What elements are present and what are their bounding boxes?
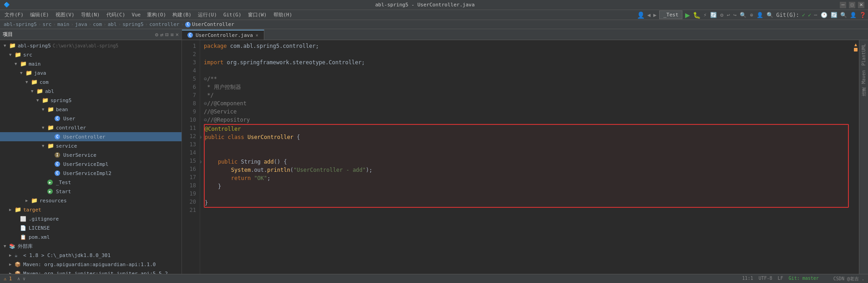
plantuml-panel[interactable]: PlantUML [860, 42, 867, 67]
tree-item-external-libs[interactable]: ▼ 📚 外部库 [0, 242, 182, 251]
tree-item-usercontroller[interactable]: ▶ C UserController [0, 132, 182, 141]
tree-item-test[interactable]: ▶ ▶ _Test [0, 178, 182, 187]
expand-arrow[interactable]: ▶ [9, 253, 15, 257]
code-line-11: @Controller [205, 125, 848, 133]
code-line-12: ⊖ public class UserController { [205, 133, 848, 141]
git-check2[interactable]: ✓ [808, 12, 811, 18]
breadcrumb-file[interactable]: UserController [192, 21, 234, 27]
menu-help[interactable]: 帮助(H) [271, 10, 295, 19]
breadcrumb-java[interactable]: java [75, 21, 87, 27]
back-button[interactable]: ◀ [647, 12, 651, 18]
menu-build[interactable]: 构建(B) [170, 10, 194, 19]
help-icon[interactable]: ❓ [859, 12, 866, 18]
sidebar-collapse-icon[interactable]: ⊟ [165, 31, 168, 38]
panel-m[interactable]: m [860, 87, 867, 93]
tree-item-jdk[interactable]: ▶ ☕ < 1.8 > C:\_path\jdk1.8.0_301 [0, 251, 182, 260]
tree-item-abl[interactable]: ▼ 📁 abl [0, 87, 182, 96]
tree-item-controller[interactable]: ▼ 📁 controller [0, 123, 182, 132]
breadcrumb-controller[interactable]: controller [149, 21, 179, 27]
tree-item-license[interactable]: ▶ 📄 LICENSE [0, 223, 182, 232]
menu-run[interactable]: 运行(U) [195, 10, 220, 19]
tree-label-service: service [56, 143, 77, 149]
expand-arrow[interactable]: ▼ [20, 71, 25, 75]
run-button[interactable]: ▶ [685, 11, 690, 19]
expand-arrow[interactable]: ▼ [25, 80, 31, 84]
menu-view[interactable]: 视图(V) [53, 10, 77, 19]
expand-arrow[interactable]: ▼ [4, 43, 9, 48]
maximize-button[interactable]: □ [849, 2, 855, 8]
tree-item-src[interactable]: ▼ 📁 src [0, 50, 182, 59]
sidebar-sync-icon[interactable]: ⇄ [160, 31, 163, 38]
expand-arrow[interactable]: ▼ [42, 107, 47, 112]
tree-item-userservice[interactable]: ▶ I UserService [0, 150, 182, 160]
breadcrumb-spring5[interactable]: spring5 [122, 21, 143, 27]
editor-area[interactable]: 1 2 3 4 5 6 7 8 9 10 11 12 13 14 15 16 1… [182, 40, 868, 274]
tree-item-pom[interactable]: ▶ 📋 pom.xml [0, 232, 182, 242]
breadcrumb-src[interactable]: src [42, 21, 51, 27]
breadcrumb-project[interactable]: abl-spring5 [4, 21, 37, 27]
tree-item-gitignore[interactable]: ▶ ⬜ .gitignore [0, 214, 182, 223]
tab-close-button[interactable]: × [256, 33, 258, 38]
tree-item-target[interactable]: ▶ 📁 target [0, 205, 182, 214]
tree-item-user[interactable]: ▶ C User [0, 114, 182, 123]
tree-item-userserviceimpl2[interactable]: ▶ C UserServiceImpl2 [0, 169, 182, 178]
sidebar-hide-icon[interactable]: × [176, 31, 179, 38]
tree-item-com[interactable]: ▼ 📁 com [0, 77, 182, 87]
expand-arrow[interactable]: ▼ [4, 244, 9, 248]
expand-arrow[interactable]: ▶ [9, 262, 15, 267]
debug-button[interactable]: 🐛 [693, 11, 701, 19]
folder-icon: 📁 [47, 106, 55, 113]
git-more[interactable]: ⋯ 🕐 🔄 [814, 12, 838, 18]
code-content[interactable]: package com.abl.spring5.controller; impo… [200, 40, 853, 274]
forward-button[interactable]: ▶ [653, 12, 656, 18]
menu-window[interactable]: 窗口(W) [245, 10, 270, 19]
menu-edit[interactable]: 编辑(E) [27, 10, 52, 19]
tree-label-project: abl-spring5 [18, 43, 51, 49]
tree-item-start[interactable]: ▶ ▶ Start [0, 187, 182, 196]
menu-file[interactable]: 文件(F) [2, 10, 26, 19]
breadcrumb-com[interactable]: com [93, 21, 102, 27]
expand-arrow[interactable]: ▼ [9, 52, 15, 57]
account-icon[interactable]: 👤 [850, 12, 857, 18]
tree-item-project[interactable]: ▼ 📁 abl-spring5 C:\work\java\abl-spring5 [0, 41, 182, 50]
expand-arrow[interactable]: ▼ [42, 144, 47, 148]
minimize-button[interactable]: ─ [840, 2, 846, 8]
menu-navigate[interactable]: 导航(N) [78, 10, 103, 19]
avatar-icon[interactable]: 👤 [637, 11, 645, 19]
status-encoding[interactable]: UTF-8 [758, 276, 772, 282]
sidebar-more-icon[interactable]: ≡ [171, 31, 174, 38]
tree-item-maven2[interactable]: ▶ 📦 Maven: org.junit.jupiter:junit-jupit… [0, 269, 182, 274]
panel-fan[interactable]: 泛 [860, 94, 868, 98]
menu-vue[interactable]: Vue [129, 11, 143, 19]
expand-arrow[interactable]: ▶ [9, 207, 15, 212]
tab-usercontroller[interactable]: C UserController.java × [182, 30, 264, 40]
git-check[interactable]: ✓ [802, 12, 805, 18]
expand-arrow[interactable]: ▼ [42, 125, 47, 130]
breadcrumb-main[interactable]: main [57, 21, 70, 27]
panel-lian[interactable]: 连 [860, 98, 868, 102]
expand-arrow[interactable]: ▶ [25, 198, 31, 203]
tree-item-service[interactable]: ▼ 📁 service [0, 141, 182, 150]
tree-item-userserviceimpl[interactable]: ▶ C UserServiceImpl [0, 160, 182, 169]
tree-item-bean[interactable]: ▼ 📁 bean [0, 105, 182, 114]
search-icon[interactable]: 🔍 [840, 12, 847, 18]
tree-item-maven1[interactable]: ▶ 📦 Maven: org.apiguardian:apiguardian-a… [0, 260, 182, 269]
menu-refactor[interactable]: 重构(O) [144, 10, 169, 19]
tree-item-main[interactable]: ▼ 📁 main [0, 59, 182, 68]
run-config-selector[interactable]: _Test [659, 10, 682, 19]
expand-arrow[interactable]: ▼ [15, 62, 20, 66]
expand-arrow[interactable]: ▼ [36, 98, 42, 103]
tree-item-spring5[interactable]: ▼ 📁 spring5 [0, 96, 182, 105]
menu-code[interactable]: 代码(C) [104, 10, 128, 19]
folder-icon: 📁 [31, 197, 38, 204]
status-position[interactable]: 11:1 [742, 276, 753, 282]
close-button[interactable]: ✕ [858, 2, 864, 8]
status-line-sep[interactable]: LF [778, 276, 783, 282]
sidebar-settings-icon[interactable]: ⚙ [155, 31, 158, 38]
maven-panel[interactable]: Maven [860, 68, 867, 86]
tree-item-resources[interactable]: ▶ 📁 resources [0, 196, 182, 205]
breadcrumb-abl[interactable]: abl [108, 21, 117, 27]
expand-arrow[interactable]: ▼ [31, 89, 36, 93]
menu-git[interactable]: Git(G) [221, 11, 244, 19]
tree-item-java[interactable]: ▼ 📁 java [0, 68, 182, 77]
